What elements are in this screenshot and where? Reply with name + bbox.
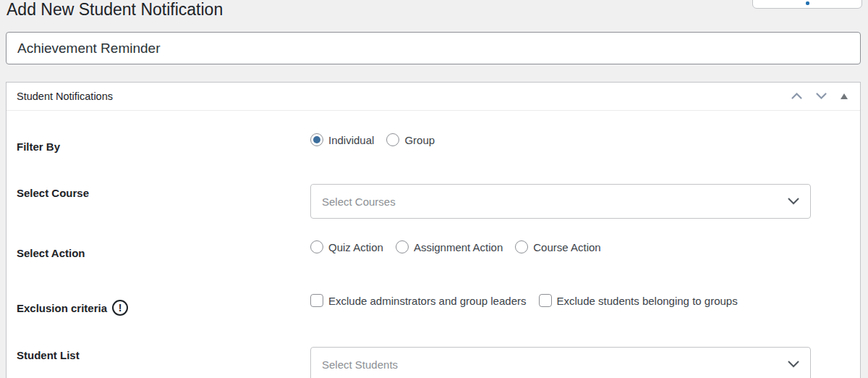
student-list-control: Select Students: [310, 347, 850, 378]
radio-label: Individual: [328, 134, 374, 146]
form-row-exclusion-criteria: Exclusion criteria ! Exclude adminstrato…: [17, 294, 850, 316]
metabox-header[interactable]: Student Notifications: [7, 83, 860, 111]
exclusion-criteria-control: Exclude adminstrators and group leaders …: [310, 294, 850, 316]
radio-option-course-action[interactable]: Course Action: [515, 240, 600, 253]
select-students-dropdown[interactable]: Select Students: [310, 347, 811, 378]
select-action-label-text: Select Action: [17, 247, 85, 259]
metabox-handle-icons: [789, 90, 850, 104]
radio-label: Quiz Action: [328, 241, 383, 253]
exclusion-criteria-label-text: Exclusion criteria: [17, 302, 107, 314]
page-title: Add New Student Notification: [7, 0, 223, 21]
filter-by-radio-group: Individual Group: [310, 133, 850, 146]
select-course-control: Select Courses: [310, 184, 850, 219]
alert-circle-icon[interactable]: !: [112, 300, 128, 316]
radio-icon[interactable]: [310, 240, 323, 253]
select-course-label: Select Course: [17, 184, 310, 219]
form-row-filter-by: Filter By Individual Group: [17, 133, 850, 153]
select-courses-dropdown[interactable]: Select Courses: [310, 184, 811, 219]
chevron-down-icon: [788, 358, 799, 371]
radio-label: Assignment Action: [414, 241, 503, 253]
select-action-label: Select Action: [17, 240, 310, 259]
radio-option-quiz-action[interactable]: Quiz Action: [310, 240, 383, 253]
checkbox-option-exclude-admins[interactable]: Exclude adminstrators and group leaders: [310, 294, 527, 307]
radio-label: Course Action: [533, 241, 600, 253]
chevron-down-icon: [815, 91, 827, 102]
form-row-select-course: Select Course Select Courses: [17, 184, 850, 219]
collapse-triangle-icon: [840, 91, 848, 102]
select-action-radio-group: Quiz Action Assignment Action Course Act…: [310, 240, 850, 253]
metabox-title: Student Notifications: [17, 91, 113, 102]
checkbox-option-exclude-group-students[interactable]: Exclude students belonging to groups: [539, 294, 738, 307]
radio-option-group[interactable]: Group: [386, 133, 435, 146]
radio-icon[interactable]: [515, 240, 528, 253]
chevron-up-icon: [791, 91, 803, 102]
radio-option-assignment-action[interactable]: Assignment Action: [396, 240, 503, 253]
checkbox-label: Exclude adminstrators and group leaders: [328, 295, 527, 307]
radio-icon[interactable]: [310, 133, 323, 146]
move-down-button[interactable]: [814, 90, 829, 104]
select-action-control: Quiz Action Assignment Action Course Act…: [310, 240, 850, 259]
radio-option-individual[interactable]: Individual: [310, 133, 374, 146]
form-row-select-action: Select Action Quiz Action Assignment Act…: [17, 240, 850, 259]
checkbox-icon[interactable]: [539, 294, 552, 307]
checkbox-label: Exclude students belonging to groups: [557, 295, 738, 307]
form-row-student-list: Student List Select Students: [17, 347, 850, 378]
notification-title-input[interactable]: [6, 32, 861, 64]
radio-icon[interactable]: [396, 240, 409, 253]
exclusion-criteria-label: Exclusion criteria !: [17, 294, 310, 316]
dropdown-placeholder: Select Students: [322, 358, 398, 371]
filter-by-control: Individual Group: [310, 133, 850, 153]
metabox-body: Filter By Individual Group Select Co: [7, 111, 860, 378]
student-list-label-text: Student List: [17, 349, 80, 361]
screen-options-glyph: [806, 1, 809, 5]
student-notifications-metabox: Student Notifications Filter: [6, 82, 861, 378]
select-course-label-text: Select Course: [17, 187, 89, 199]
checkbox-icon[interactable]: [310, 294, 323, 307]
chevron-down-icon: [788, 195, 799, 208]
radio-label: Group: [404, 134, 435, 146]
filter-by-label-text: Filter By: [17, 140, 60, 153]
radio-icon[interactable]: [386, 133, 399, 146]
student-list-label: Student List: [17, 347, 310, 378]
collapse-toggle-button[interactable]: [838, 90, 850, 104]
filter-by-label: Filter By: [17, 133, 310, 153]
dropdown-placeholder: Select Courses: [322, 196, 396, 208]
exclusion-checkbox-group: Exclude adminstrators and group leaders …: [310, 294, 850, 307]
screen-options-button[interactable]: [752, 0, 862, 9]
move-up-button[interactable]: [789, 90, 804, 104]
